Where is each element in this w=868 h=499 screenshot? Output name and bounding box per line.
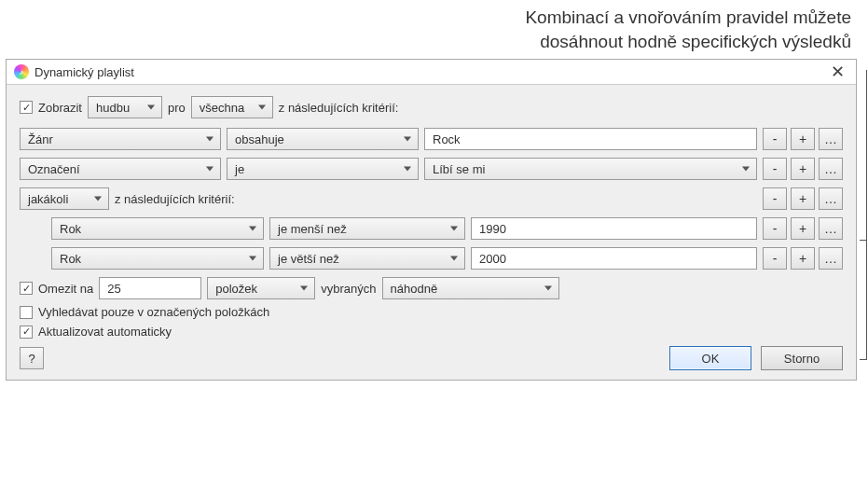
subgroup-match-select[interactable]: jakákoli [20, 187, 109, 210]
operator-select[interactable]: je menší než [269, 217, 465, 240]
annotation-text: Kombinací a vnořováním pravidel můžete d… [0, 0, 868, 55]
limit-count-input[interactable]: 25 [99, 277, 201, 299]
field-select[interactable]: Označení [20, 158, 221, 180]
search-checked-only-label: Vyhledávat pouze v označených položkách [38, 305, 269, 319]
ok-button[interactable]: OK [669, 346, 751, 370]
rule-options-button[interactable]: … [819, 247, 843, 270]
subgroup-header: jakákoli z následujících kritérií: - + … [20, 187, 843, 210]
add-rule-button[interactable]: + [791, 187, 815, 210]
rule-row: Rok je větší než 2000 - + … [51, 247, 843, 270]
rule-options-button[interactable]: … [819, 158, 843, 180]
remove-rule-button[interactable]: - [763, 187, 787, 210]
enable-rules-checkbox[interactable] [20, 101, 33, 114]
value-input[interactable]: Rock [424, 128, 757, 150]
match-mode-select[interactable]: všechna [191, 96, 273, 118]
remove-rule-button[interactable]: - [763, 247, 787, 270]
nested-rules: Rok je menší než 1990 - + … Rok je větší… [51, 217, 843, 270]
rule-row: Žánr obsahuje Rock - + … [20, 128, 843, 150]
rule-options-button[interactable]: … [819, 187, 843, 210]
window-title: Dynamický playlist [34, 65, 134, 79]
help-button[interactable]: ? [20, 347, 44, 369]
rule-options-button[interactable]: … [819, 217, 843, 240]
add-rule-button[interactable]: + [791, 128, 815, 150]
limit-unit-select[interactable]: položek [207, 277, 315, 299]
limit-row: Omezit na 25 položek vybraných náhodně [20, 277, 843, 299]
itunes-icon [14, 64, 29, 79]
limit-method-select[interactable]: náhodně [382, 277, 559, 299]
for-label: pro [168, 101, 186, 115]
subgroup-suffix: z následujících kritérií: [115, 192, 235, 206]
operator-select[interactable]: obsahuje [227, 128, 419, 150]
limit-label: Omezit na [38, 282, 93, 296]
live-update-checkbox[interactable] [20, 326, 33, 339]
value-select[interactable]: Líbí se mi [424, 158, 757, 180]
limit-checkbox[interactable] [20, 282, 33, 295]
callout-arm-2 [860, 359, 867, 360]
live-update-label: Aktualizovat automaticky [38, 325, 172, 339]
remove-rule-button[interactable]: - [763, 217, 787, 240]
live-update-row: Aktualizovat automaticky [20, 325, 843, 339]
media-type-select[interactable]: hudbu [88, 96, 162, 118]
operator-select[interactable]: je [227, 158, 419, 180]
show-label: Zobrazit [38, 101, 82, 115]
field-select[interactable]: Rok [51, 247, 264, 270]
operator-select[interactable]: je větší než [269, 247, 465, 270]
add-rule-button[interactable]: + [791, 217, 815, 240]
add-rule-button[interactable]: + [791, 158, 815, 180]
add-rule-button[interactable]: + [791, 247, 815, 270]
remove-rule-button[interactable]: - [763, 128, 787, 150]
rule-row: Rok je menší než 1990 - + … [51, 217, 843, 240]
field-select[interactable]: Rok [51, 217, 264, 240]
rule-row: Označení je Líbí se mi - + … [20, 158, 843, 180]
limit-selected-label: vybraných [321, 282, 376, 296]
titlebar: Dynamický playlist ✕ [7, 60, 856, 85]
value-input[interactable]: 2000 [471, 247, 757, 270]
cancel-button[interactable]: Storno [761, 346, 843, 370]
value-input[interactable]: 1990 [471, 217, 757, 240]
criteria-suffix: z následujících kritérií: [279, 101, 399, 115]
search-checked-only-checkbox[interactable] [20, 306, 33, 319]
remove-rule-button[interactable]: - [763, 158, 787, 180]
close-icon[interactable]: ✕ [827, 63, 848, 80]
field-select[interactable]: Žánr [20, 128, 221, 150]
rule-options-button[interactable]: … [819, 128, 843, 150]
callout-arm-1 [860, 240, 867, 241]
callout-line [860, 70, 867, 359]
smart-playlist-window: Dynamický playlist ✕ Zobrazit hudbu pro … [6, 59, 857, 381]
search-checked-row: Vyhledávat pouze v označených položkách [20, 305, 843, 319]
match-header-row: Zobrazit hudbu pro všechna z následující… [20, 96, 843, 118]
